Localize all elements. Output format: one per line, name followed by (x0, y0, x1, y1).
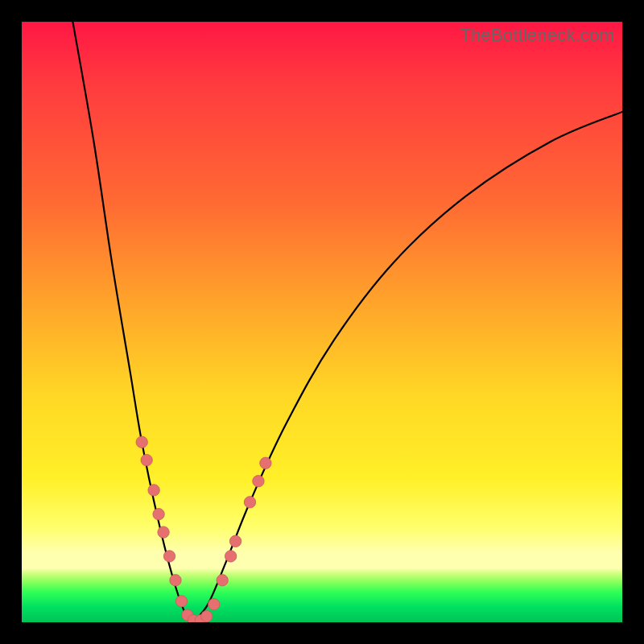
marker-dot (148, 485, 159, 496)
left-branch-curve (72, 22, 192, 622)
marker-dot (208, 598, 220, 609)
marker-dot (244, 497, 255, 508)
marker-dot (170, 575, 181, 586)
chart-plot-area: TheBottleneck.com (22, 22, 622, 622)
marker-dot (153, 509, 164, 520)
marker-dot (201, 610, 213, 621)
marker-dot (260, 457, 271, 469)
marker-dots-group (136, 436, 271, 622)
marker-dot (136, 436, 147, 448)
right-branch-curve (193, 112, 622, 622)
marker-dot (158, 526, 169, 538)
marker-dot (163, 551, 175, 562)
marker-dot (225, 551, 236, 562)
chart-frame: TheBottleneck.com (0, 0, 644, 644)
marker-dot (175, 596, 187, 607)
marker-dot (253, 475, 264, 486)
marker-dot (141, 454, 152, 465)
marker-dot (217, 575, 228, 586)
marker-dot (229, 535, 241, 547)
curve-group (72, 22, 622, 622)
chart-svg (22, 22, 622, 622)
